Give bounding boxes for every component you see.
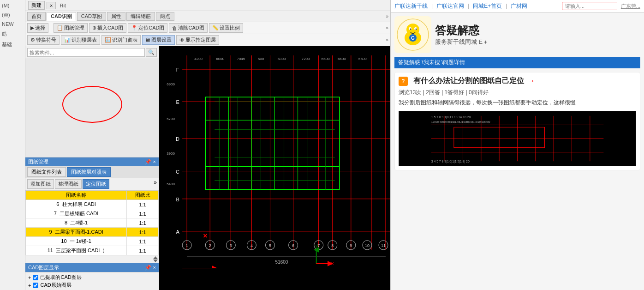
sep1 — [51, 24, 51, 32]
image-manager-header: 图纸管理 📌 × — [25, 157, 159, 166]
ribbon-layer-settings[interactable]: 🏛 图层设置 — [142, 35, 175, 45]
table-cell-scale: 1:1 — [127, 209, 159, 218]
nav-glida-newdry[interactable]: 广联达新干线 — [394, 2, 428, 10]
svg-text:X: X — [331, 261, 334, 266]
right-ad-link[interactable]: 广东莞... — [621, 3, 640, 10]
question-body: 我分割后图纸和轴网隔得很远，每次换一张图纸都要手动定位，这样很慢 — [399, 98, 636, 107]
cad-canvas[interactable]: 51600 1 2 3 4 5 6 7 8 9 — [159, 46, 390, 290]
layer-expand-extracted[interactable]: + — [28, 275, 31, 280]
right-search-area — [562, 2, 617, 10]
svg-text:4200: 4200 — [194, 57, 203, 61]
table-row[interactable]: 10 一 1#楼-11:1 — [26, 237, 159, 246]
layer-check-extracted[interactable] — [33, 275, 38, 280]
answer-header: G 答疑解惑 服务新干线同城 E＋ — [394, 16, 640, 53]
svg-text:G: G — [411, 36, 415, 41]
scroll-down[interactable] — [153, 260, 158, 262]
svg-text:1  5  7  8    9|1|0|11  13 14 : 1 5 7 8 9|1|0|11 13 14 18 20 — [431, 115, 471, 119]
svg-text:C: C — [176, 169, 179, 175]
left-item-W: (W) — [1, 10, 24, 19]
ribbon-row1: ▶ 选择 📋 图纸管理 ⊕ 插入CAD图 📍 定位CAD图 🗑 清除CAD图 📏… — [25, 22, 390, 34]
layer-panel-title: CAD图层显示 — [28, 264, 59, 271]
search-button[interactable]: 🔍 — [146, 48, 157, 57]
layer-panel-pin[interactable]: 📌 — [145, 265, 151, 271]
table-row[interactable]: 6 柱大样表 CADI1:1 — [26, 200, 159, 209]
title-bar: 新建 × Rit — [25, 0, 390, 11]
svg-text:6900: 6900 — [167, 82, 175, 86]
layer-panel-wrapper: CAD图层显示 📌 × + 已提取的CAD图层 + CA — [25, 263, 159, 290]
add-image-btn[interactable]: 添加图纸 — [27, 179, 54, 189]
table-cell-name: 8 二#楼-1 — [26, 218, 127, 228]
ribbon-locate-cad[interactable]: 📍 定位CAD图 — [128, 23, 167, 33]
nav-guangcai[interactable]: 广材网 — [511, 2, 527, 10]
answer-brand-subtitle: 服务新干线同城 E＋ — [435, 38, 489, 46]
svg-point-89 — [410, 29, 411, 30]
layer-expand-original[interactable]: + — [28, 283, 31, 288]
app-hint: Rit — [60, 3, 66, 8]
ribbon-convert-sym[interactable]: ⚙ 转换符号 — [27, 35, 60, 45]
table-cell-name: 7 二层板钢筋 CADI — [26, 209, 127, 218]
locate-image-btn[interactable]: 定位图纸 — [83, 179, 109, 189]
question-arrow: → — [527, 76, 535, 86]
answer-logo-svg: G — [397, 18, 429, 51]
ribbon-identify-window[interactable]: 🪟 识别门窗表 — [101, 35, 141, 45]
img-tab-layer[interactable]: 图纸按层对照表 — [67, 167, 111, 177]
left-item-M: (M) — [1, 1, 24, 10]
table-row[interactable]: 9 二层梁平面图-1.CADI1:1 — [26, 228, 159, 237]
scroll-up[interactable] — [153, 256, 158, 259]
svg-text:5400: 5400 — [167, 182, 175, 186]
svg-rect-17 — [205, 97, 340, 189]
nav-cad-draft[interactable]: CAD草图 — [77, 12, 106, 21]
ribbon-image-mgr[interactable]: 📋 图纸管理 — [54, 23, 88, 33]
ribbon2-more[interactable]: » — [386, 37, 388, 42]
svg-point-90 — [416, 29, 417, 30]
ribbon-set-scale[interactable]: 📏 设置比例 — [209, 23, 243, 33]
table-row[interactable]: 11 三层梁平面图 CADI（1:1 — [26, 246, 159, 255]
ribbon-clear-cad[interactable]: 🗑 清除CAD图 — [169, 23, 207, 33]
right-top-nav: 广联达新干线 | 广联达官网 | 同城E+首页 | 广材网 广东莞... — [391, 0, 644, 12]
table-cell-name: 9 二层梁平面图-1.CADI — [26, 228, 127, 237]
image-manager-toolbar: 添加图纸 整理图纸 定位图纸 » — [25, 178, 159, 190]
img-tab-list[interactable]: 图纸文件列表 — [27, 167, 66, 177]
close-tab-btn[interactable]: × — [47, 2, 56, 9]
nav-tongcheng-home[interactable]: 同城E+首页 — [473, 2, 502, 10]
table-cell-name: 10 一 1#楼-1 — [26, 237, 127, 246]
svg-text:5700: 5700 — [167, 117, 175, 121]
nav-cad-identify[interactable]: CAD识别 — [47, 12, 76, 21]
nav-two-point[interactable]: 两点 — [156, 12, 174, 21]
image-manager-pin[interactable]: 📌 — [145, 159, 151, 165]
nav-properties[interactable]: 属性 — [107, 12, 125, 21]
table-row[interactable]: 7 二层板钢筋 CADI1:1 — [26, 209, 159, 218]
nav-edit-rebar[interactable]: 编辑钢筋 — [126, 12, 155, 21]
extra-btn[interactable]: » — [386, 14, 388, 19]
left-item-NEW: NEW — [1, 19, 24, 29]
nav-glida-official[interactable]: 广联达官网 — [436, 2, 464, 10]
organize-image-btn[interactable]: 整理图纸 — [55, 179, 82, 189]
ribbon1-more[interactable]: » — [386, 25, 388, 30]
layer-panel-close[interactable]: × — [153, 265, 156, 271]
imgmgr-more[interactable]: » — [154, 179, 157, 189]
ribbon-insert-cad[interactable]: ⊕ 插入CAD图 — [89, 23, 126, 33]
new-btn[interactable]: 新建 — [28, 1, 45, 10]
svg-text:1: 1 — [186, 243, 188, 248]
top-nav-tabs: 首页 CAD识别 CAD草图 属性 编辑钢筋 两点 » — [25, 11, 390, 22]
ribbon-identify-floor[interactable]: 📊 识别楼层表 — [61, 35, 100, 45]
question-icon: ? — [399, 77, 408, 86]
svg-text:8: 8 — [331, 243, 334, 248]
svg-text:6600: 6600 — [358, 57, 367, 61]
table-cell-scale: 1:1 — [127, 200, 159, 209]
table-row[interactable]: 8 二#楼-11:1 — [26, 218, 159, 228]
nav-home[interactable]: 首页 — [27, 12, 46, 21]
ribbon-show-layer[interactable]: 👁 显示指定图层 — [176, 35, 219, 45]
svg-text:6600: 6600 — [338, 57, 346, 61]
ribbon-select[interactable]: ▶ 选择 — [27, 23, 48, 33]
search-input[interactable] — [27, 48, 145, 57]
layer-panel-header: CAD图层显示 📌 × — [25, 263, 159, 272]
image-manager-close[interactable]: × — [153, 159, 156, 165]
question-title: 有什么办法让分割的图纸自己定位 — [413, 76, 524, 86]
table-scroll-controls — [25, 255, 159, 263]
layer-check-original[interactable] — [33, 283, 38, 288]
left-sidebar: 🔍 图纸管理 📌 × 图纸文件列表 图纸按层对照表 — [25, 46, 159, 290]
svg-text:10: 10 — [365, 243, 370, 248]
right-search-input[interactable] — [562, 2, 617, 10]
image-table: 图纸名称 图纸比 6 柱大样表 CADI1:17 二层板钢筋 CADI1:18 … — [25, 190, 159, 255]
